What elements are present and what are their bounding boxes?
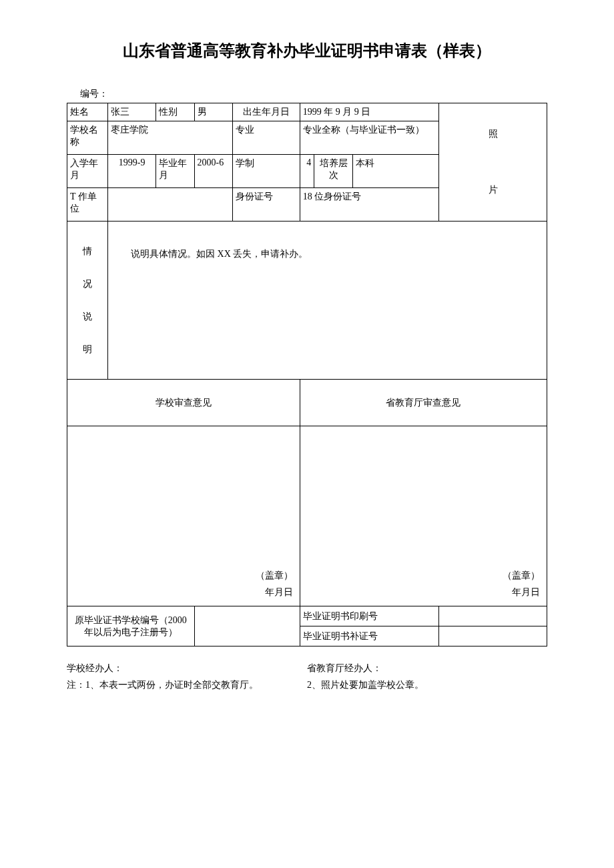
label-situation: 情况说明 [67,222,108,380]
value-birth: 1999 年 9 月 9 日 [300,103,438,121]
value-level: 本科 [352,155,438,188]
school-opinion-body: （盖章） 年月日 [67,426,300,606]
value-duration: 4 [300,155,314,188]
value-workplace [108,188,233,222]
seal-text: （盖章） [256,570,293,580]
label-birth: 出生年月日 [233,103,300,121]
note-1: 注：1、本表一式两份，办证时全部交教育厅。 [67,677,307,693]
photo-area: 照 片 [439,103,547,222]
value-idno: 18 位身份证号 [300,188,438,222]
label-enroll: 入学年月 [67,155,108,188]
value-orig-no [194,606,300,646]
seal-text: （盖章） [503,570,540,580]
dept-handler: 省教育厅经办人： [307,660,547,677]
label-print-no: 毕业证明书印刷号 [300,606,438,626]
page-title: 山东省普通高等教育补办毕业证明书申请表（样表） [67,40,547,61]
label-duration: 学制 [233,155,300,188]
label-school-opinion: 学校审查意见 [67,380,300,426]
label-orig-no: 原毕业证书学校编号（2000 年以后为电子注册号） [67,606,195,646]
label-supp-no: 毕业证明书补证号 [300,626,438,646]
label-name: 姓名 [67,103,108,121]
note-2: 2、照片处要加盖学校公章。 [307,677,547,693]
value-grad: 2000-6 [194,155,233,188]
label-workplace: T 作单位 [67,188,108,222]
value-print-no [439,606,547,626]
value-gender: 男 [194,103,233,121]
school-handler: 学校经办人： [67,660,307,677]
date-text: 年月日 [265,587,293,597]
dept-opinion-body: （盖章） 年月日 [300,426,547,606]
value-supp-no [439,626,547,646]
date-text: 年月日 [512,587,540,597]
label-grad: 毕业年月 [156,155,195,188]
value-situation: 说明具体情况。如因 XX 丢失，申请补办。 [108,222,547,380]
value-name: 张三 [108,103,156,121]
value-major: 专业全称（与毕业证书一致） [300,121,438,155]
label-school: 学校名称 [67,121,108,155]
footer-notes: 学校经办人： 省教育厅经办人： 注：1、本表一式两份，办证时全部交教育厅。 2、… [67,660,547,693]
label-idno: 身份证号 [233,188,300,222]
value-enroll: 1999-9 [108,155,156,188]
label-gender: 性别 [156,103,195,121]
label-level: 培养层次 [314,155,353,188]
label-major: 专业 [233,121,300,155]
serial-number-label: 编号： [67,88,547,100]
application-form-table: 姓名 张三 性别 男 出生年月日 1999 年 9 月 9 日 照 片 学校名称… [67,103,547,646]
label-dept-opinion: 省教育厅审查意见 [300,380,547,426]
value-school: 枣庄学院 [108,121,233,155]
photo-label-2: 片 [489,185,498,195]
photo-label-1: 照 [489,129,498,139]
